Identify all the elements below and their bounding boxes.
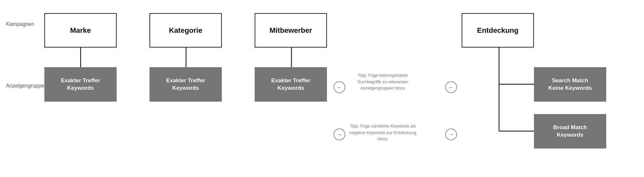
arrow-right-bottom-left-icon: → (336, 131, 342, 138)
adgroup-exakt-marke: Exakter TrefferKeywords (44, 67, 117, 102)
arrow-right-bottom-left[interactable]: → (334, 128, 345, 140)
row-labels: Kampagnen Anzeigengruppen (0, 7, 44, 89)
campaign-marke-label: Marke (70, 26, 91, 35)
arrow-left-top-icon: ← (336, 84, 342, 91)
diagram-layout: Kampagnen Anzeigengruppen Marke Kategori… (0, 0, 644, 177)
campaign-mitbewerber-label: Mitbewerber (269, 26, 312, 35)
campaign-entdeckung: Entdeckung (462, 13, 534, 48)
adgroup-broad-match-label: Broad MatchKeywords (553, 124, 587, 138)
tip-top: Tipp: Füge leistungsstarke Suchbegriffe … (347, 72, 419, 91)
adgroup-exakt-mitbewerber: Exakter TrefferKeywords (255, 67, 327, 102)
arrow-right-top-icon: ← (448, 84, 454, 91)
campaign-marke: Marke (44, 13, 117, 48)
columns-area: Marke Kategorie Mitbewerber Entdeckung E… (44, 7, 644, 170)
campaigns-label: Kampagnen (6, 21, 44, 27)
adgroup-exakt-kategorie: Exakter TrefferKeywords (150, 67, 222, 102)
arrow-left-top[interactable]: ← (334, 81, 345, 93)
campaign-mitbewerber: Mitbewerber (255, 13, 327, 48)
campaign-entdeckung-label: Entdeckung (477, 26, 518, 35)
arrow-right-bottom-right[interactable]: → (445, 128, 457, 140)
adgroup-exakt-kategorie-label: Exakter TrefferKeywords (166, 77, 205, 91)
adgroup-broad-match: Broad MatchKeywords (534, 114, 606, 148)
adgroup-exakt-mitbewerber-label: Exakter TrefferKeywords (271, 77, 310, 91)
adgroup-search-match: Search MatchKeine Keywords (534, 67, 606, 102)
tip-bottom: Tipp: Füge sämtliche Keywords als negati… (347, 123, 419, 142)
campaign-kategorie-label: Kategorie (169, 26, 202, 35)
campaign-kategorie: Kategorie (150, 13, 222, 48)
arrow-right-top[interactable]: ← (445, 81, 457, 93)
adgroups-label: Anzeigengruppen (6, 83, 44, 89)
adgroup-search-match-label: Search MatchKeine Keywords (548, 77, 592, 91)
adgroup-exakt-marke-label: Exakter TrefferKeywords (61, 77, 100, 91)
arrow-right-bottom-right-icon: → (448, 131, 454, 138)
